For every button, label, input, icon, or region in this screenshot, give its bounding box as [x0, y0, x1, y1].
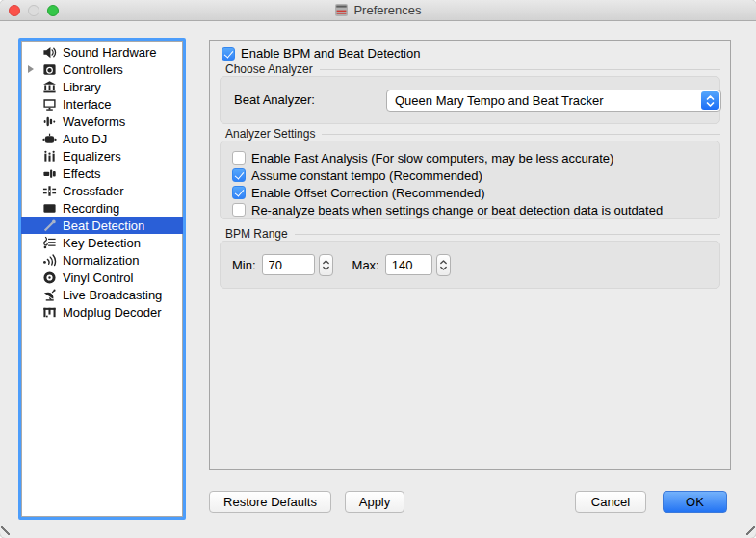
sidebar-item-label: Normalization [63, 253, 139, 268]
sidebar-item-modplug-decoder[interactable]: Modplug Decoder [21, 303, 183, 320]
bpm-max-label: Max: [352, 258, 379, 272]
sidebar-item-label: Recording [63, 201, 119, 216]
constant-tempo-label[interactable]: Assume constant tempo (Recommended) [251, 168, 482, 183]
crossfader-icon [41, 184, 57, 198]
disclosure-triangle-icon[interactable] [28, 65, 34, 73]
preferences-sidebar: Sound Hardware Controllers Library Inter… [18, 38, 186, 520]
ok-button[interactable]: OK [663, 491, 727, 513]
sidebar-item-effects[interactable]: Effects [21, 165, 183, 182]
cancel-button[interactable]: Cancel [575, 491, 646, 513]
clef-icon [41, 236, 57, 250]
sidebar-item-auto-dj[interactable]: Auto DJ [21, 130, 183, 147]
title-bar: Preferences [0, 0, 756, 21]
sidebar-item-key-detection[interactable]: Key Detection [21, 234, 183, 251]
preferences-window: Preferences Sound Hardware Controllers L… [0, 0, 756, 538]
offset-correction-label[interactable]: Enable Offset Correction (Recommended) [251, 186, 485, 200]
sidebar-item-controllers[interactable]: Controllers [21, 61, 183, 78]
bpm-max-stepper[interactable] [436, 254, 451, 276]
sidebar-item-normalization[interactable]: Normalization [21, 251, 183, 269]
cassette-icon [41, 201, 57, 216]
robot-icon [41, 132, 57, 146]
drumstick-icon [41, 218, 57, 233]
beat-analyzer-dropdown[interactable]: Queen Mary Tempo and Beat Tracker [386, 90, 721, 112]
window-controls [9, 5, 59, 16]
sidebar-item-label: Effects [63, 167, 101, 181]
satellite-dish-icon [41, 288, 57, 302]
constant-tempo-checkbox-row[interactable]: Assume constant tempo (Recommended) [232, 167, 719, 184]
choose-analyzer-group: Beat Analyzer: Queen Mary Tempo and Beat… [220, 76, 720, 124]
controller-icon [41, 63, 57, 77]
sidebar-item-live-broadcasting[interactable]: Live Broadcasting [21, 286, 183, 303]
apply-button[interactable]: Apply [345, 491, 404, 513]
choose-analyzer-group-title: Choose Analyzer [225, 63, 720, 76]
sidebar-item-beat-detection[interactable]: Beat Detection [21, 217, 183, 234]
fast-analysis-checkbox-row[interactable]: Enable Fast Analysis (For slow computers… [232, 149, 719, 167]
bpm-range-group: Min: Max: [220, 241, 720, 289]
library-icon [41, 80, 57, 94]
waveform-icon [41, 115, 57, 129]
sidebar-item-interface[interactable]: Interface [21, 95, 183, 113]
restore-defaults-button[interactable]: Restore Defaults [209, 491, 331, 513]
soundwave-icon [41, 253, 57, 268]
bpm-range-group-title: BPM Range [225, 227, 720, 241]
sidebar-item-label: Key Detection [63, 236, 141, 250]
beat-detection-panel: Enable BPM and Beat Detection Choose Ana… [209, 40, 731, 470]
resize-grip-right[interactable] [746, 526, 755, 535]
sidebar-item-label: Auto DJ [63, 132, 107, 146]
window-title: Preferences [353, 3, 421, 17]
sidebar-item-library[interactable]: Library [21, 78, 183, 95]
beat-analyzer-label: Beat Analyzer: [234, 92, 315, 107]
bpm-min-stepper[interactable] [319, 254, 333, 276]
sidebar-item-crossfader[interactable]: Crossfader [21, 182, 183, 199]
modplug-icon [41, 305, 57, 320]
sidebar-item-vinyl-control[interactable]: Vinyl Control [21, 269, 183, 286]
sidebar-item-label: Modplug Decoder [63, 305, 162, 320]
dropdown-arrows-icon[interactable] [701, 91, 719, 110]
reanalyze-label[interactable]: Re-analyze beats when settings change or… [251, 203, 663, 218]
resize-grip-left[interactable] [1, 526, 10, 535]
sidebar-item-label: Sound Hardware [63, 45, 157, 60]
enable-bpm-label[interactable]: Enable BPM and Beat Detection [241, 46, 420, 61]
bpm-min-input[interactable] [262, 254, 315, 275]
sidebar-item-label: Vinyl Control [63, 270, 133, 285]
analyzer-settings-group-title: Analyzer Settings [225, 127, 720, 141]
beat-analyzer-selected-value: Queen Mary Tempo and Beat Tracker [395, 93, 604, 108]
vinyl-icon [41, 270, 57, 285]
analyzer-settings-group: Enable Fast Analysis (For slow computers… [220, 141, 720, 219]
effects-icon [41, 167, 57, 181]
sidebar-item-equalizers[interactable]: Equalizers [21, 147, 183, 165]
sidebar-item-label: Crossfader [63, 184, 124, 198]
equalizer-icon [41, 149, 57, 164]
sidebar-item-label: Equalizers [63, 149, 121, 164]
sidebar-item-recording[interactable]: Recording [21, 199, 183, 217]
preferences-app-icon [334, 3, 349, 17]
sidebar-item-label: Controllers [63, 63, 123, 77]
enable-bpm-checkbox[interactable] [222, 47, 235, 61]
reanalyze-checkbox-row[interactable]: Re-analyze beats when settings change or… [232, 201, 719, 218]
monitor-icon [41, 97, 57, 112]
bpm-min-label: Min: [232, 258, 256, 272]
offset-correction-checkbox-row[interactable]: Enable Offset Correction (Recommended) [232, 184, 719, 201]
sidebar-item-sound-hardware[interactable]: Sound Hardware [21, 43, 183, 61]
speaker-icon [41, 45, 57, 60]
sidebar-item-waveforms[interactable]: Waveforms [21, 113, 183, 130]
sidebar-item-label: Live Broadcasting [63, 288, 162, 302]
enable-bpm-checkbox-row[interactable]: Enable BPM and Beat Detection [222, 46, 420, 61]
constant-tempo-checkbox[interactable] [232, 168, 246, 182]
sidebar-item-label: Beat Detection [63, 218, 144, 233]
sidebar-item-label: Interface [63, 97, 112, 112]
fast-analysis-checkbox[interactable] [232, 151, 246, 165]
sidebar-item-label: Library [63, 80, 101, 94]
reanalyze-checkbox[interactable] [232, 203, 246, 217]
offset-correction-checkbox[interactable] [232, 186, 246, 199]
bpm-max-input[interactable] [385, 254, 432, 275]
minimize-button [28, 5, 39, 16]
close-button[interactable] [9, 5, 20, 16]
fast-analysis-label[interactable]: Enable Fast Analysis (For slow computers… [251, 151, 613, 166]
zoom-button[interactable] [47, 5, 59, 16]
sidebar-item-label: Waveforms [63, 115, 125, 129]
